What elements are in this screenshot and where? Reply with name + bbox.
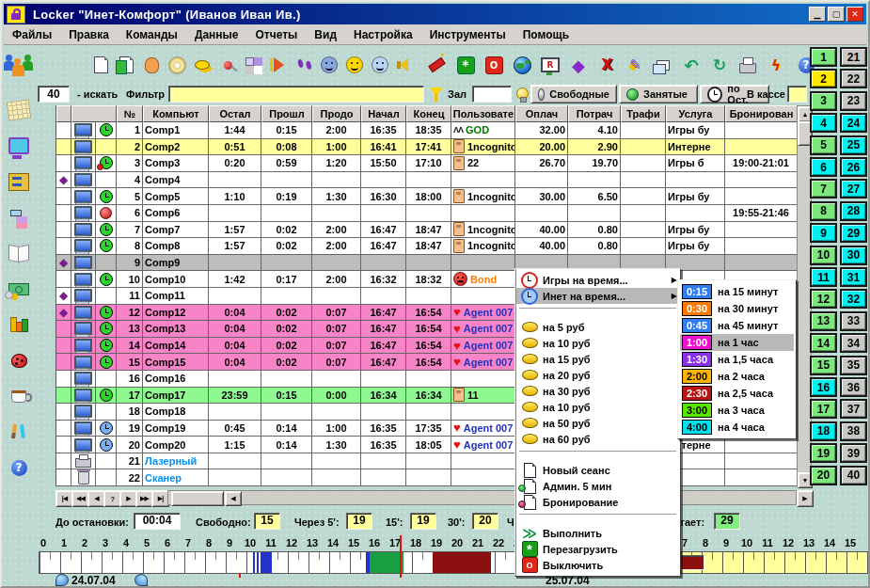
menu-item-выключить[interactable]: OВыключить: [516, 557, 679, 573]
sidebar-server-button[interactable]: [4, 166, 34, 198]
submenu-item-на-45-минут[interactable]: 0:45на 45 минут: [680, 317, 794, 334]
submenu-item-на-15-минут[interactable]: 0:15на 15 минут: [680, 283, 794, 300]
column-header-Потрач[interactable]: Потрач: [568, 105, 621, 122]
table-row-9[interactable]: ◆9Comp9: [56, 255, 798, 272]
timeline-next-day-icon[interactable]: [134, 574, 148, 586]
table-row-1[interactable]: 1Comp11:440:152:0016:3518:35ΛΛGOD32.004.…: [56, 122, 798, 139]
column-header-Оплач[interactable]: Оплач: [515, 105, 568, 122]
station-button-2[interactable]: 2: [810, 69, 837, 88]
column-header-blank[interactable]: [71, 105, 117, 122]
funnel-icon[interactable]: [430, 87, 443, 103]
close-button[interactable]: ✕: [846, 7, 863, 22]
station-button-31[interactable]: 31: [840, 267, 867, 287]
menu-item-3[interactable]: Команды: [118, 26, 186, 43]
column-header-Конец[interactable]: Конец: [406, 105, 451, 122]
table-row-3[interactable]: 3Comp30:200:591:2015:5017:102226.7019.70…: [56, 155, 798, 172]
station-button-21[interactable]: 21: [840, 47, 867, 67]
column-header-Трафи[interactable]: Трафи: [621, 105, 666, 122]
station-button-24[interactable]: 24: [840, 113, 867, 133]
toolbar-diamond-violet-button[interactable]: ◆: [564, 50, 593, 80]
station-button-34[interactable]: 34: [840, 333, 867, 353]
station-button-38[interactable]: 38: [840, 421, 867, 441]
column-header-Продо[interactable]: Продо: [312, 105, 361, 122]
station-button-17[interactable]: 17: [810, 399, 837, 419]
sidebar-book-button[interactable]: [4, 237, 34, 269]
menu-item-на-15-руб[interactable]: на 15 руб: [516, 351, 679, 367]
submenu-item-на-1-5-часа[interactable]: 1:30на 1,5 часа: [680, 351, 794, 368]
station-button-35[interactable]: 35: [840, 356, 867, 375]
timeline-prev-day-icon[interactable]: [55, 574, 69, 586]
menu-item-на-60-руб[interactable]: на 60 руб: [516, 431, 679, 447]
station-button-3[interactable]: 3: [810, 91, 837, 111]
station-button-28[interactable]: 28: [840, 201, 867, 221]
hall-input[interactable]: [472, 86, 512, 103]
column-header-Компьют[interactable]: Компьют: [143, 105, 209, 122]
sidebar-computer-button[interactable]: [4, 130, 34, 162]
station-button-29[interactable]: 29: [840, 223, 867, 243]
title-bar[interactable]: Locker "Инет-Комфорт" (Иванов Иван Ив.) …: [4, 4, 866, 24]
toolbar-reload-green-button[interactable]: *: [451, 50, 480, 80]
toolbar-pin-button[interactable]: [214, 50, 242, 80]
menu-item-выполнить[interactable]: ≫Выполнить: [516, 525, 679, 541]
station-button-13[interactable]: 13: [810, 311, 837, 331]
filter-input[interactable]: [168, 86, 424, 103]
menu-item-перезагрузить[interactable]: *Перезагрузить: [516, 541, 679, 557]
sidebar-task-list-button[interactable]: [4, 201, 34, 233]
toolbar-monitor-r-button[interactable]: R: [536, 50, 564, 80]
menu-item-9[interactable]: Помощь: [514, 26, 577, 43]
station-button-27[interactable]: 27: [840, 179, 867, 199]
menu-item-бронирование[interactable]: Бронирование: [516, 494, 679, 510]
toolbar-face-blue-button[interactable]: [315, 50, 343, 80]
station-button-8[interactable]: 8: [810, 201, 837, 221]
station-button-1[interactable]: 1: [810, 47, 837, 67]
scroll-left-icon[interactable]: ◀: [225, 491, 242, 506]
submenu-item-на-1-час[interactable]: 1:00на 1 час: [680, 334, 794, 351]
maximize-button[interactable]: ▢: [828, 7, 845, 22]
minimize-button[interactable]: ▁: [809, 7, 826, 22]
menu-item-2[interactable]: Правка: [60, 26, 118, 43]
station-button-39[interactable]: 39: [840, 443, 867, 463]
table-row-4[interactable]: ◆4Comp4: [56, 172, 798, 189]
busy-filter-button[interactable]: Занятые: [619, 85, 698, 103]
column-header-Прошл[interactable]: Прошл: [261, 105, 312, 122]
sidebar-tools-button[interactable]: [4, 416, 34, 448]
station-button-36[interactable]: 36: [840, 377, 867, 397]
station-button-22[interactable]: 22: [840, 69, 867, 88]
sidebar-bug-button[interactable]: [4, 344, 34, 376]
menu-item-1[interactable]: Файлы: [4, 26, 60, 43]
menu-item-на-10-руб[interactable]: на 10 руб: [516, 399, 679, 415]
station-button-33[interactable]: 33: [840, 311, 867, 331]
toolbar-speaker-button[interactable]: [389, 50, 418, 80]
menu-item-игры-на-время-[interactable]: Игры на время...▶: [516, 272, 679, 288]
toolbar-power-red-button[interactable]: O: [480, 50, 508, 80]
column-header-Начал[interactable]: Начал: [361, 105, 406, 122]
submenu-item-на-4-часа[interactable]: 4:00на 4 часа: [680, 419, 794, 436]
submenu-item-на-2-5-часа[interactable]: 2:30на 2,5 часа: [680, 385, 794, 402]
menu-item-на-10-руб[interactable]: на 10 руб: [516, 335, 679, 351]
submenu-item-на-3-часа[interactable]: 3:00на 3 часа: [680, 402, 794, 419]
station-button-32[interactable]: 32: [840, 289, 867, 309]
toolbar-copy-doc-button[interactable]: [112, 50, 140, 80]
station-button-6[interactable]: 6: [810, 157, 837, 177]
table-row-8[interactable]: 8Comp81:570:022:0016:4718:471ncognito40.…: [56, 238, 798, 255]
station-button-11[interactable]: 11: [810, 267, 837, 287]
station-button-15[interactable]: 15: [810, 356, 837, 375]
menu-item-на-20-руб[interactable]: на 20 руб: [516, 367, 679, 383]
scroll-right-icon[interactable]: ▶: [797, 490, 814, 507]
column-header-№[interactable]: №: [117, 105, 143, 122]
toolbar-delete-x-button[interactable]: X: [593, 50, 621, 80]
timeline-strip[interactable]: [39, 551, 870, 574]
toolbar-tiles-button[interactable]: [239, 50, 267, 80]
station-button-4[interactable]: 4: [810, 113, 837, 133]
table-row-22[interactable]: 22Сканер: [56, 469, 798, 486]
station-button-9[interactable]: 9: [810, 223, 837, 243]
column-header-Остал[interactable]: Остал: [209, 105, 261, 122]
toolbar-refresh-cycle-button[interactable]: ↻: [705, 50, 734, 80]
station-button-14[interactable]: 14: [810, 333, 837, 353]
menu-item-6[interactable]: Вид: [306, 26, 345, 43]
menu-item-новый-сеанс[interactable]: Новый сеанс: [516, 462, 679, 478]
toolbar-cd-disk-button[interactable]: [163, 50, 191, 80]
station-button-12[interactable]: 12: [810, 289, 837, 309]
sidebar-users-button[interactable]: [4, 49, 34, 81]
column-header-Пользовате[interactable]: Пользовате: [451, 105, 515, 122]
